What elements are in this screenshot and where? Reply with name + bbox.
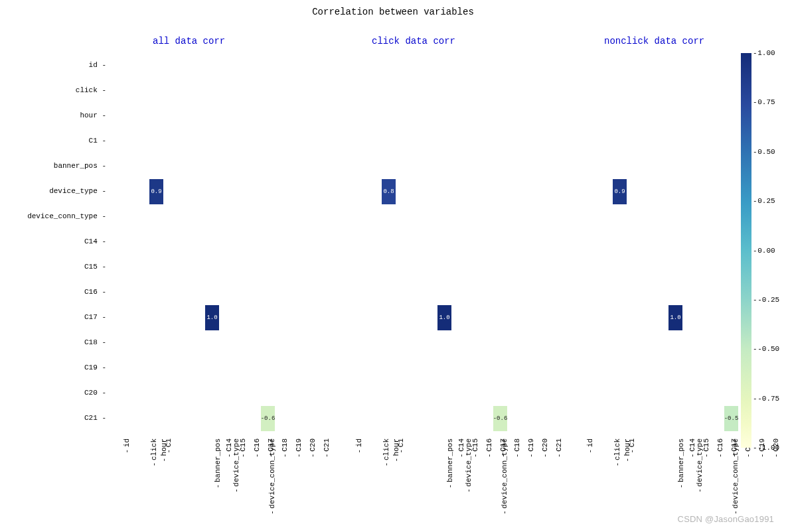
xtick-label: C1 — [628, 438, 636, 453]
xtick-label: C21 — [555, 438, 563, 458]
ytick-label: device_conn_type — [27, 212, 106, 220]
xtick-label: C21 — [323, 438, 331, 458]
xtick-label: C15 — [471, 438, 479, 458]
xtick-label: C14 — [225, 438, 233, 458]
colorbar-tick: 0.25 — [753, 197, 775, 205]
xtick-label: banner_pos — [677, 438, 685, 488]
ytick-label: device_type — [49, 187, 106, 195]
heatmap-cell: 0.9 — [613, 179, 627, 204]
heatmap-1: 0.81.0-0.6idclickhourC1banner_posdevice_… — [247, 53, 471, 441]
xtick-label: C16 — [485, 438, 493, 458]
xtick-label: banner_pos — [446, 438, 454, 488]
xtick-label: click — [150, 438, 158, 466]
colorbar: 1.000.750.500.250.00-0.25-0.50-0.75-1.00 — [741, 53, 751, 448]
xtick-label: C1 — [165, 438, 173, 453]
xtick-label: C19 — [527, 438, 535, 458]
xtick-label: id — [355, 438, 363, 453]
subplot-title-2: nonclick data corr — [604, 36, 704, 46]
colorbar-tick: 0.75 — [753, 98, 775, 106]
watermark-text: CSDN @JasonGao1991 — [678, 514, 774, 524]
xtick-label: C17 — [499, 438, 507, 458]
ytick-label: C19 — [84, 364, 106, 371]
colorbar-tick: -1.00 — [753, 444, 779, 452]
heatmap-0: idclickhourC1banner_posdevice_typedevice… — [15, 53, 239, 441]
xtick-label: C15 — [239, 438, 247, 458]
ytick-label: C17 — [84, 313, 106, 321]
ytick-label: hour — [80, 111, 106, 119]
ytick-label: C1 — [89, 137, 106, 145]
xtick-label: C19 — [295, 438, 303, 458]
colorbar-tick: 0.50 — [753, 148, 775, 156]
heatmap-cell: 0.8 — [382, 179, 396, 204]
heatmap-2: 0.91.0-0.5idclickhourC1banner_posdevice_… — [478, 53, 702, 441]
xtick-label: C18 — [281, 438, 289, 458]
xtick-label: banner_pos — [214, 438, 222, 488]
heatmap-cell: 1.0 — [668, 305, 682, 330]
xtick-label: C17 — [730, 438, 738, 458]
ytick-label: C15 — [84, 263, 106, 271]
colorbar-tick: 0.00 — [753, 247, 775, 255]
figure: Correlation between variables all data c… — [0, 0, 786, 532]
xtick-label: C16 — [253, 438, 261, 458]
subplot-title-1: click data corr — [372, 36, 455, 46]
xtick-label: id — [123, 438, 131, 453]
xtick-label: id — [586, 438, 594, 453]
heatmap-cell: 0.9 — [149, 179, 163, 204]
xtick-label: C14 — [457, 438, 465, 458]
ytick-label: C16 — [84, 288, 106, 296]
xtick-label: C14 — [688, 438, 696, 458]
ytick-label: C18 — [84, 338, 106, 346]
xtick-label: C20 — [541, 438, 549, 458]
ytick-label: C20 — [84, 389, 106, 397]
xtick-label: C20 — [309, 438, 317, 458]
ytick-label: banner_pos — [54, 162, 106, 170]
xtick-label: C15 — [702, 438, 710, 458]
chart-suptitle: Correlation between variables — [0, 7, 786, 17]
ytick-label: C14 — [84, 237, 106, 245]
ytick-label: click — [76, 86, 106, 94]
heatmap-cell: 1.0 — [205, 305, 219, 330]
xtick-label: C17 — [267, 438, 275, 458]
heatmap-cell: -0.5 — [724, 406, 738, 431]
colorbar-ticks: 1.000.750.500.250.00-0.25-0.50-0.75-1.00 — [753, 53, 786, 448]
colorbar-tick: -0.25 — [753, 296, 779, 304]
xtick-label: click — [613, 438, 621, 466]
colorbar-tick: -0.50 — [753, 345, 779, 353]
xtick-label: C16 — [716, 438, 724, 458]
ytick-label: id — [89, 61, 106, 69]
xtick-label: C1 — [397, 438, 405, 453]
colorbar-tick: 1.00 — [753, 49, 775, 57]
xtick-label: C18 — [513, 438, 521, 458]
subplot-title-0: all data corr — [153, 36, 225, 46]
ytick-label: C21 — [84, 414, 106, 422]
xtick-label: click — [382, 438, 390, 466]
colorbar-gradient — [741, 53, 751, 448]
heatmap-cell: 1.0 — [437, 305, 451, 330]
colorbar-tick: -0.75 — [753, 395, 779, 403]
